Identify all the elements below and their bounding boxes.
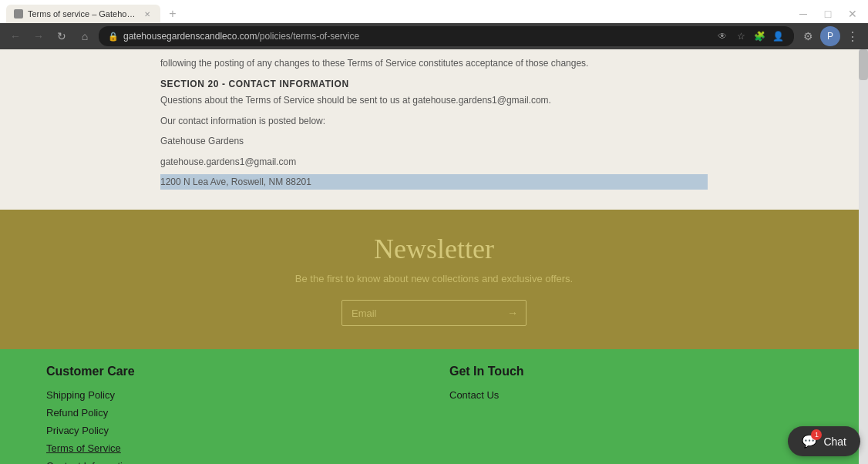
tab-title: Terms of service – Gatehouse C... bbox=[28, 9, 137, 18]
refund-policy-link[interactable]: Refund Policy bbox=[46, 407, 419, 419]
customer-care-column: Customer Care Shipping Policy Refund Pol… bbox=[46, 365, 419, 464]
address-icons: 👁 ☆ 🧩 👤 bbox=[715, 29, 785, 43]
address-bar[interactable]: 🔒 gatehousegardenscandleco.com/policies/… bbox=[99, 26, 794, 46]
top-section: following the posting of any changes to … bbox=[0, 49, 868, 210]
forward-button[interactable]: → bbox=[29, 27, 48, 45]
contact-posted-para: Our contact information is posted below: bbox=[160, 113, 708, 129]
back-button[interactable]: ← bbox=[6, 27, 25, 45]
shipping-policy-link[interactable]: Shipping Policy bbox=[46, 389, 419, 401]
customer-care-heading: Customer Care bbox=[46, 365, 419, 378]
email-form: → bbox=[341, 300, 527, 326]
chat-badge: 1 bbox=[811, 429, 822, 440]
title-bar: Terms of service – Gatehouse C... ✕ + ─ … bbox=[0, 0, 868, 23]
business-name: Gatehouse Gardens bbox=[160, 133, 708, 149]
contact-address: 1200 N Lea Ave, Roswell, NM 88201 bbox=[160, 174, 708, 190]
newsletter-section: Newsletter Be the first to know about ne… bbox=[0, 210, 868, 349]
extensions-icon[interactable]: 🧩 bbox=[752, 29, 766, 43]
paragraph-acceptance: following the posting of any changes to … bbox=[160, 55, 708, 71]
chat-button[interactable]: 💬 1 Chat bbox=[788, 426, 860, 456]
section20-heading: SECTION 20 - CONTACT INFORMATION bbox=[160, 79, 708, 89]
newsletter-subtitle: Be the first to know about new collectio… bbox=[295, 273, 573, 284]
contact-email: gatehouse.gardens1@gmail.com bbox=[160, 154, 708, 170]
tab-favicon bbox=[14, 9, 23, 18]
email-submit-button[interactable]: → bbox=[500, 301, 526, 325]
tab-close-button[interactable]: ✕ bbox=[142, 8, 153, 19]
window-controls: ─ □ ✕ bbox=[794, 5, 862, 23]
contact-info-para: Questions about the Terms of Service sho… bbox=[160, 92, 708, 108]
close-window-button[interactable]: ✕ bbox=[843, 5, 862, 23]
scrollbar-thumb[interactable] bbox=[859, 49, 868, 80]
browser-ext-icons: ⚙ P ⋮ bbox=[799, 26, 862, 46]
contact-information-link[interactable]: Contact Information bbox=[46, 460, 419, 464]
browser-menu-button[interactable]: ⋮ bbox=[843, 28, 862, 45]
lock-icon: 🔒 bbox=[108, 32, 119, 42]
profile-sync-icon[interactable]: 👤 bbox=[771, 29, 785, 43]
contact-us-link[interactable]: Contact Us bbox=[449, 389, 822, 401]
refresh-button[interactable]: ↻ bbox=[52, 27, 71, 45]
active-tab[interactable]: Terms of service – Gatehouse C... ✕ bbox=[6, 5, 160, 23]
get-in-touch-heading: Get In Touch bbox=[449, 365, 822, 378]
browser-chrome: Terms of service – Gatehouse C... ✕ + ─ … bbox=[0, 0, 868, 49]
email-input[interactable] bbox=[342, 301, 500, 325]
scrollbar-track[interactable] bbox=[859, 49, 868, 464]
home-button[interactable]: ⌂ bbox=[76, 27, 94, 45]
terms-of-service-link[interactable]: Terms of Service bbox=[46, 442, 419, 454]
address-bar-row: ← → ↻ ⌂ 🔒 gatehousegardenscandleco.com/p… bbox=[0, 23, 868, 49]
new-tab-button[interactable]: + bbox=[163, 5, 182, 23]
chat-icon-wrap: 💬 1 bbox=[802, 434, 817, 449]
footer-section: Customer Care Shipping Policy Refund Pol… bbox=[0, 349, 868, 464]
url-text: gatehousegardenscandleco.com/policies/te… bbox=[123, 31, 359, 42]
minimize-button[interactable]: ─ bbox=[794, 5, 812, 23]
eye-off-icon[interactable]: 👁 bbox=[715, 29, 729, 43]
profile-button[interactable]: P bbox=[820, 26, 840, 46]
chat-label: Chat bbox=[823, 435, 846, 448]
get-in-touch-column: Get In Touch Contact Us bbox=[449, 365, 822, 464]
extension-icon-1[interactable]: ⚙ bbox=[799, 27, 817, 45]
star-icon[interactable]: ☆ bbox=[734, 29, 748, 43]
privacy-policy-link[interactable]: Privacy Policy bbox=[46, 425, 419, 436]
maximize-button[interactable]: □ bbox=[819, 5, 837, 23]
content-wrapper: following the posting of any changes to … bbox=[145, 55, 723, 194]
page-content: following the posting of any changes to … bbox=[0, 49, 868, 464]
newsletter-title: Newsletter bbox=[374, 233, 494, 265]
